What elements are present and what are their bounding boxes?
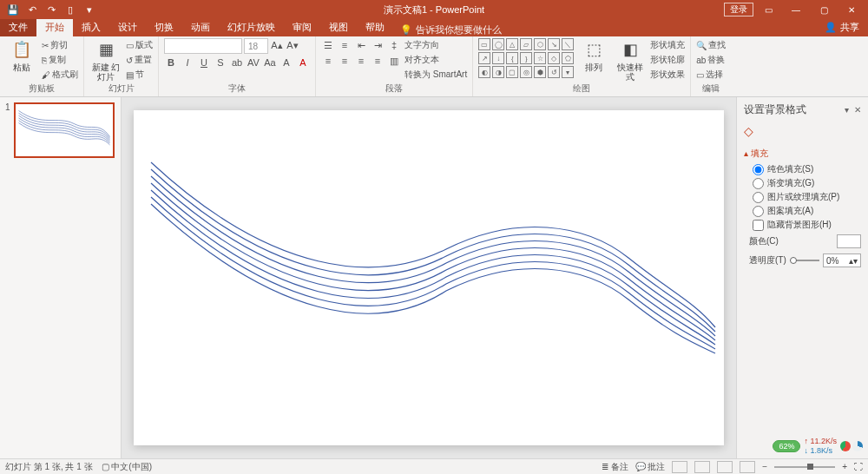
tab-design[interactable]: 设计 [109, 18, 146, 36]
panel-options-icon[interactable]: ▾ [845, 105, 849, 115]
save-icon[interactable]: 💾 [5, 2, 21, 17]
radio-picture[interactable] [753, 192, 764, 203]
radio-gradient[interactable] [753, 178, 764, 189]
slide-thumbnail-1[interactable] [14, 102, 115, 158]
fill-section-header[interactable]: ▴ 填充 [744, 145, 861, 162]
reset-button[interactable]: ↺重置 [126, 53, 153, 67]
shape-outline-button[interactable]: 形状轮廓 [650, 53, 685, 67]
comments-button[interactable]: 💬 批注 [635, 461, 666, 473]
shadow-icon[interactable]: ab [230, 56, 244, 69]
shrink-font-icon[interactable]: A▾ [286, 38, 299, 52]
panel-close-icon[interactable]: ✕ [854, 105, 861, 115]
arrange-button[interactable]: ⬚ 排列 [577, 38, 610, 72]
redo-icon[interactable]: ↷ [43, 2, 59, 17]
spacing-icon[interactable]: AV [247, 56, 260, 69]
tab-help[interactable]: 帮助 [357, 18, 393, 36]
tab-transitions[interactable]: 切换 [146, 18, 182, 36]
line-spacing-icon[interactable]: ‡ [387, 38, 401, 52]
slider-thumb[interactable] [790, 257, 797, 264]
shape-effects-button[interactable]: 形状效果 [650, 68, 685, 82]
section-button[interactable]: ▤节 [126, 68, 153, 82]
radio-pattern[interactable] [753, 206, 764, 217]
share-button[interactable]: 👤 共享 [816, 18, 868, 36]
normal-view-icon[interactable] [672, 461, 687, 473]
slideshow-view-icon[interactable] [740, 461, 755, 473]
select-button[interactable]: ▭选择 [696, 68, 726, 82]
align-text-button[interactable]: 对齐文本 [404, 53, 467, 67]
bullets-icon[interactable]: ☰ [321, 38, 335, 52]
font-family-select[interactable] [164, 38, 242, 54]
close-icon[interactable]: ✕ [838, 2, 865, 17]
copy-button[interactable]: ⎘复制 [42, 53, 78, 67]
paint-bucket-icon[interactable]: ◇ [744, 124, 861, 138]
window-title: 演示文稿1 - PowerPoint [384, 3, 484, 16]
bold-icon[interactable]: B [164, 56, 178, 69]
tab-view[interactable]: 视图 [320, 18, 357, 36]
zoom-out-icon[interactable]: − [762, 462, 767, 471]
indent-dec-icon[interactable]: ⇤ [354, 38, 368, 52]
font-color-icon[interactable]: A [296, 56, 310, 69]
shape-gallery[interactable]: ▭◯△▱⬡↘＼ ↗↓{}☆◇⬠ ◐◑▢◎⬢↺▾ [478, 38, 574, 78]
minimize-icon[interactable]: — [783, 2, 809, 17]
opt-gradient-fill[interactable]: 渐变填充(G) [744, 176, 861, 190]
undo-icon[interactable]: ↶ [24, 2, 40, 17]
tab-animations[interactable]: 动画 [182, 18, 219, 36]
tab-file[interactable]: 文件 [0, 18, 36, 36]
maximize-icon[interactable]: ▢ [811, 2, 837, 17]
align-right-icon[interactable]: ≡ [354, 54, 368, 68]
paste-button[interactable]: 📋 粘贴 [5, 38, 38, 72]
replace-button[interactable]: ab替换 [696, 53, 726, 67]
tab-insert[interactable]: 插入 [73, 18, 109, 36]
font-size-select[interactable]: 18 [244, 38, 268, 54]
radio-solid[interactable] [753, 164, 764, 175]
shape-fill-button[interactable]: 形状填充 [650, 38, 685, 52]
lang-indicator[interactable]: ▢ 中文(中国) [102, 461, 152, 473]
ribbon-options-icon[interactable]: ▭ [755, 2, 781, 17]
login-button[interactable]: 登录 [724, 3, 753, 16]
underline-icon[interactable]: U [197, 56, 211, 69]
align-center-icon[interactable]: ≡ [338, 54, 352, 68]
find-button[interactable]: 🔍查找 [696, 38, 726, 52]
transparency-slider[interactable] [790, 260, 819, 261]
align-left-icon[interactable]: ≡ [321, 54, 335, 68]
fill-color-picker[interactable] [837, 234, 861, 248]
cut-button[interactable]: ✂剪切 [42, 38, 78, 52]
transparency-spinner[interactable]: 0%▴▾ [823, 253, 861, 267]
new-slide-button[interactable]: ▦ 新建 幻灯片 [89, 38, 122, 82]
start-slideshow-icon[interactable]: ▯ [62, 2, 78, 17]
zoom-slider[interactable] [774, 466, 835, 468]
opt-pattern-fill[interactable]: 图案填充(A) [744, 204, 861, 218]
case-icon[interactable]: Aa [263, 56, 277, 69]
columns-icon[interactable]: ▥ [387, 54, 401, 68]
spinner-arrows-icon[interactable]: ▴▾ [849, 256, 858, 266]
notes-button[interactable]: ≣ 备注 [602, 461, 628, 473]
strike-icon[interactable]: S [214, 56, 227, 69]
slide-canvas-area[interactable] [122, 97, 736, 458]
format-painter-button[interactable]: 🖌格式刷 [42, 68, 78, 82]
sorter-view-icon[interactable] [694, 461, 710, 473]
numbering-icon[interactable]: ≡ [338, 38, 352, 52]
reading-view-icon[interactable] [717, 461, 733, 473]
smartart-button[interactable]: 转换为 SmartArt [404, 68, 467, 82]
justify-icon[interactable]: ≡ [371, 54, 385, 68]
text-direction-button[interactable]: 文字方向 [404, 38, 467, 52]
fit-window-icon[interactable]: ⛶ [854, 462, 863, 471]
check-hidebg[interactable] [753, 220, 764, 231]
tab-home[interactable]: 开始 [36, 18, 73, 36]
layout-button[interactable]: ▭版式 [126, 38, 153, 52]
quick-styles-button[interactable]: ◧ 快速样式 [614, 38, 647, 82]
zoom-thumb[interactable] [807, 464, 813, 470]
highlight-icon[interactable]: A [279, 56, 293, 69]
opt-solid-fill[interactable]: 纯色填充(S) [744, 162, 861, 176]
tab-slideshow[interactable]: 幻灯片放映 [219, 18, 284, 36]
qat-more-icon[interactable]: ▾ [82, 2, 97, 17]
italic-icon[interactable]: I [181, 56, 194, 69]
tab-review[interactable]: 审阅 [284, 18, 320, 36]
opt-hide-bg[interactable]: 隐藏背景图形(H) [744, 218, 861, 232]
indent-inc-icon[interactable]: ⇥ [371, 38, 385, 52]
tell-me[interactable]: 💡 告诉我你想要做什么 [400, 23, 502, 36]
grow-font-icon[interactable]: A▴ [270, 38, 284, 52]
opt-picture-fill[interactable]: 图片或纹理填充(P) [744, 190, 861, 204]
slide-canvas[interactable] [134, 110, 724, 445]
zoom-in-icon[interactable]: + [842, 462, 847, 471]
